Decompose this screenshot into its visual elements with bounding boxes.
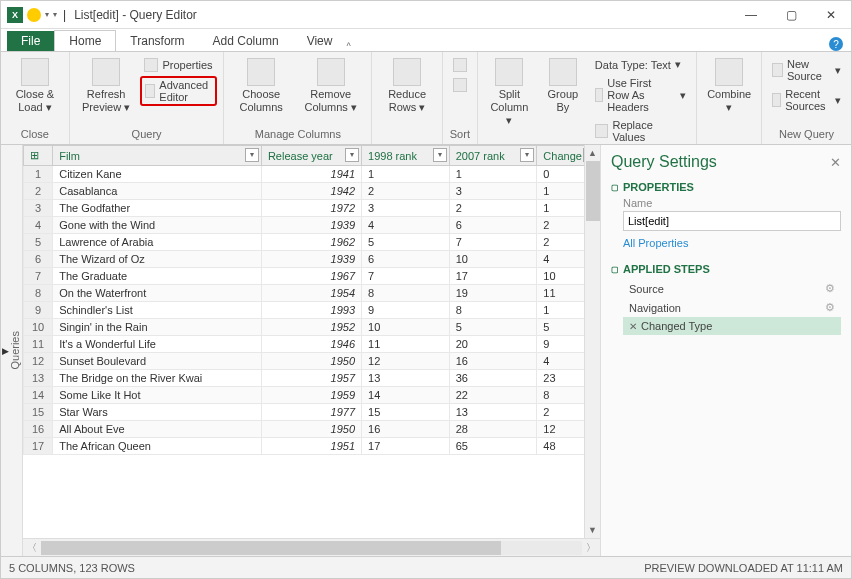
refresh-preview-button[interactable]: Refresh Preview ▾ [76,56,137,116]
cell[interactable]: 3 [362,200,450,217]
table-row[interactable]: 15Star Wars197715132 [24,404,600,421]
cell[interactable]: 12 [362,353,450,370]
applied-step[interactable]: Navigation⚙ [623,298,841,317]
choose-columns-button[interactable]: Choose Columns [230,56,292,116]
filter-dropdown-icon[interactable]: ▾ [345,148,359,162]
cell[interactable]: 1962 [261,234,361,251]
cell[interactable]: Schindler's List [53,302,262,319]
expand-queries-icon[interactable]: ▶ [2,346,9,356]
cell[interactable]: 16 [362,421,450,438]
maximize-button[interactable]: ▢ [771,1,811,29]
hscroll-thumb[interactable] [41,541,501,555]
reduce-rows-button[interactable]: Reduce Rows ▾ [378,56,436,116]
ribbon-collapse-icon[interactable]: ^ [346,41,350,51]
cell[interactable]: 13 [362,370,450,387]
cell[interactable]: 2 [362,183,450,200]
vertical-scrollbar[interactable]: ▲ ▼ [584,145,600,538]
minimize-button[interactable]: — [731,1,771,29]
help-icon[interactable]: ? [829,37,843,51]
table-row[interactable]: 17The African Queen1951176548 [24,438,600,455]
cell[interactable]: 7 [362,268,450,285]
cell[interactable]: It's a Wonderful Life [53,336,262,353]
cell[interactable]: Gone with the Wind [53,217,262,234]
filter-dropdown-icon[interactable]: ▾ [245,148,259,162]
cell[interactable]: 17 [449,268,537,285]
table-row[interactable]: 7The Graduate196771710 [24,268,600,285]
cell[interactable]: 13 [449,404,537,421]
cell[interactable]: 20 [449,336,537,353]
cell[interactable]: 1946 [261,336,361,353]
collapse-properties-icon[interactable]: ▢ [611,183,619,192]
replace-values-button[interactable]: Replace Values [591,117,690,145]
cell[interactable]: 1972 [261,200,361,217]
cell[interactable]: The Godfather [53,200,262,217]
cell[interactable]: 14 [362,387,450,404]
table-row[interactable]: 1Citizen Kane1941110 [24,166,600,183]
filter-dropdown-icon[interactable]: ▾ [520,148,534,162]
cell[interactable]: 11 [362,336,450,353]
cell[interactable]: 3 [449,183,537,200]
split-column-button[interactable]: Split Column ▾ [484,56,535,130]
cell[interactable]: 1977 [261,404,361,421]
cell[interactable]: The Wizard of Oz [53,251,262,268]
close-window-button[interactable]: ✕ [811,1,851,29]
cell[interactable]: 1952 [261,319,361,336]
table-corner[interactable]: ⊞ [24,146,53,166]
table-row[interactable]: 10Singin' in the Rain19521055 [24,319,600,336]
cell[interactable]: The Bridge on the River Kwai [53,370,262,387]
cell[interactable]: 6 [449,217,537,234]
table-row[interactable]: 2Casablanca1942231 [24,183,600,200]
cell[interactable]: Casablanca [53,183,262,200]
horizontal-scrollbar[interactable]: 〈 〉 [23,538,600,556]
table-row[interactable]: 12Sunset Boulevard195012164 [24,353,600,370]
cell[interactable]: 1950 [261,421,361,438]
cell[interactable]: 17 [362,438,450,455]
add-column-tab[interactable]: Add Column [199,31,293,51]
cell[interactable]: 36 [449,370,537,387]
cell[interactable]: 1967 [261,268,361,285]
cell[interactable]: 1954 [261,285,361,302]
cell[interactable]: 8 [449,302,537,319]
qat-customize-icon[interactable]: ▾ [53,10,57,19]
column-header[interactable]: 2007 rank▾ [449,146,537,166]
table-row[interactable]: 13The Bridge on the River Kwai1957133623 [24,370,600,387]
applied-step[interactable]: ✕Changed Type [623,317,841,335]
cell[interactable]: 22 [449,387,537,404]
cell[interactable]: 10 [362,319,450,336]
qat-dropdown-icon[interactable]: ▾ [45,10,49,19]
cell[interactable]: 1941 [261,166,361,183]
cell[interactable]: 6 [362,251,450,268]
cell[interactable]: The Graduate [53,268,262,285]
scroll-down-icon[interactable]: ▼ [585,522,600,538]
cell[interactable]: 8 [362,285,450,302]
scroll-right-icon[interactable]: 〉 [582,541,600,555]
cell[interactable]: 1939 [261,251,361,268]
cell[interactable]: 2 [449,200,537,217]
first-row-headers-button[interactable]: Use First Row As Headers ▾ [591,75,690,115]
cell[interactable]: On the Waterfront [53,285,262,302]
cell[interactable]: 10 [449,251,537,268]
recent-sources-button[interactable]: Recent Sources ▾ [768,86,845,114]
column-header[interactable]: 1998 rank▾ [362,146,450,166]
cell[interactable]: 1957 [261,370,361,387]
gear-icon[interactable]: ⚙ [825,301,835,314]
cell[interactable]: 28 [449,421,537,438]
cell[interactable]: 1939 [261,217,361,234]
close-pane-icon[interactable]: ✕ [830,155,841,170]
combine-button[interactable]: Combine ▾ [703,56,755,116]
cell[interactable]: 5 [449,319,537,336]
table-row[interactable]: 9Schindler's List1993981 [24,302,600,319]
cell[interactable]: 9 [362,302,450,319]
close-load-button[interactable]: Close & Load ▾ [7,56,63,116]
cell[interactable]: Star Wars [53,404,262,421]
table-row[interactable]: 6The Wizard of Oz19396104 [24,251,600,268]
all-properties-link[interactable]: All Properties [623,237,841,249]
cell[interactable]: 7 [449,234,537,251]
cell[interactable]: All About Eve [53,421,262,438]
group-by-button[interactable]: Group By [539,56,587,116]
column-header[interactable]: Release year▾ [261,146,361,166]
properties-button[interactable]: Properties [140,56,217,74]
table-row[interactable]: 16All About Eve1950162812 [24,421,600,438]
delete-step-icon[interactable]: ✕ [629,321,637,332]
transform-tab[interactable]: Transform [116,31,198,51]
